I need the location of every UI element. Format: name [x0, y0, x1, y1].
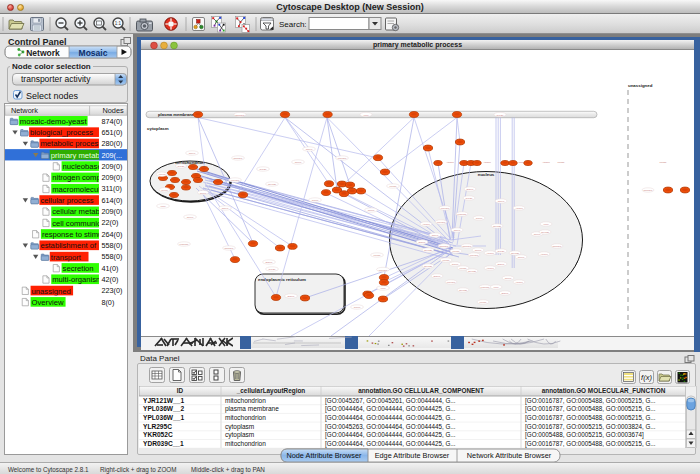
svg-text:Rsm24p: Rsm24p [234, 157, 244, 160]
svg-text:Qcr6p: Qcr6p [475, 249, 482, 252]
svg-text:Gcv3p: Gcv3p [269, 268, 277, 271]
svg-text:Mrp8p: Mrp8p [558, 161, 565, 164]
svg-text:Atp17p: Atp17p [446, 161, 454, 164]
svg-text:Gcv3p: Gcv3p [497, 114, 505, 117]
svg-text:Network: Network [11, 106, 38, 115]
svg-text:22(0): 22(0) [101, 218, 118, 227]
svg-text:Gcv3p: Gcv3p [260, 168, 268, 171]
svg-text:Mrpl11p: Mrpl11p [447, 281, 456, 284]
svg-text:Atp17p: Atp17p [540, 253, 548, 256]
svg-text:mosaic-demo-yeast: mosaic-demo-yeast [20, 117, 88, 126]
svg-text:YPL036W__2: YPL036W__2 [143, 405, 184, 412]
svg-text:YKR052C: YKR052C [143, 431, 173, 438]
svg-text:Qcr6p: Qcr6p [200, 192, 207, 195]
svg-text:cytoplasm: cytoplasm [225, 431, 254, 439]
svg-text:Sdh4p: Sdh4p [498, 263, 506, 266]
svg-text:cytoplasm: cytoplasm [147, 126, 169, 131]
svg-text:[GO:0016787, GO:0005215, GO:00: [GO:0016787, GO:0005215, GO:0003824, G..… [525, 423, 656, 431]
svg-text:Tim9p: Tim9p [498, 200, 505, 203]
svg-text:Tim9p: Tim9p [189, 152, 196, 155]
svg-text:YJR121W__1: YJR121W__1 [143, 397, 184, 404]
svg-text:209(0): 209(0) [101, 173, 122, 182]
svg-text:cellular process: cellular process [40, 196, 93, 205]
svg-text:_cellularLayoutRegion: _cellularLayoutRegion [236, 387, 306, 395]
svg-text:Node Attribute Browser: Node Attribute Browser [286, 451, 362, 460]
svg-text:cellular metabo: cellular metabo [52, 207, 104, 216]
svg-text:209(0): 209(0) [101, 162, 122, 171]
svg-text:unassigned: unassigned [628, 83, 653, 88]
svg-text:Cox12p: Cox12p [541, 231, 550, 234]
svg-text:Rsm24p: Rsm24p [225, 247, 235, 250]
svg-text:Mosaic: Mosaic [79, 48, 108, 58]
svg-text:Cox12p: Cox12p [424, 265, 433, 268]
svg-text:Gcv3p: Gcv3p [466, 197, 474, 200]
svg-text:cytoplasm: cytoplasm [225, 423, 254, 431]
svg-text:Overview: Overview [32, 298, 64, 307]
svg-text:Cox12p: Cox12p [468, 270, 477, 273]
svg-text:nitrogen compo: nitrogen compo [52, 173, 105, 182]
svg-text:Cox12p: Cox12p [493, 225, 502, 228]
svg-text:Atp17p: Atp17p [483, 161, 491, 164]
svg-text:Mrp8p: Mrp8p [453, 250, 460, 253]
svg-text:Ilv6p: Ilv6p [518, 161, 524, 164]
svg-text:nucleus: nucleus [478, 172, 495, 177]
svg-text:Cox12p: Cox12p [268, 183, 277, 186]
svg-text:Network: Network [26, 48, 60, 58]
svg-text:Ilv6p: Ilv6p [380, 287, 386, 290]
svg-text:Pam18p: Pam18p [180, 243, 190, 246]
svg-text:plasma membrane: plasma membrane [225, 405, 279, 413]
svg-text:Atp17p: Atp17p [542, 161, 550, 164]
svg-text:mitochondrion: mitochondrion [225, 397, 266, 404]
svg-text:Sdh4p: Sdh4p [502, 292, 510, 295]
svg-text:Atp17p: Atp17p [158, 173, 166, 176]
svg-text:Edge Attribute Browser: Edge Attribute Browser [375, 451, 450, 460]
svg-text:Cox12p: Cox12p [511, 252, 520, 255]
svg-text:mitochondrion: mitochondrion [225, 414, 266, 421]
svg-text:Cor1p: Cor1p [476, 217, 483, 220]
svg-text:annotation.GO CELLULAR_COMPONE: annotation.GO CELLULAR_COMPONENT [358, 387, 484, 394]
svg-text:209(...: 209(... [101, 151, 122, 160]
svg-text:[GO:0044464, GO:0044444, GO:00: [GO:0044464, GO:0044444, GO:0044425, G..… [325, 431, 456, 439]
svg-text:Qcr6p: Qcr6p [187, 216, 194, 219]
svg-text:Ilv6p: Ilv6p [160, 205, 166, 208]
svg-text:plasma membrane: plasma membrane [158, 112, 195, 117]
svg-text:[GO:0005488, GO:0005215, GO:00: [GO:0005488, GO:0005215, GO:0003674] [525, 431, 644, 439]
svg-text:[GO:0044464, GO:0044444, GO:00: [GO:0044464, GO:0044444, GO:0044425, G..… [325, 405, 456, 413]
svg-text:8(0): 8(0) [101, 298, 114, 307]
svg-text:Qcr6p: Qcr6p [505, 277, 512, 280]
svg-text:Gcv3p: Gcv3p [498, 250, 506, 253]
svg-text:[GO:0016787, GO:0005488, GO:00: [GO:0016787, GO:0005488, GO:0005215, G..… [525, 405, 656, 413]
svg-text:Atp17p: Atp17p [422, 223, 430, 226]
svg-text:unassigned: unassigned [32, 287, 71, 296]
svg-text:Cox12p: Cox12p [459, 289, 468, 292]
svg-text:transport: transport [51, 253, 82, 262]
svg-text:209(0): 209(0) [101, 207, 122, 216]
svg-text:Qcr6p: Qcr6p [161, 189, 168, 192]
svg-text:macromolecule: macromolecule [52, 185, 104, 194]
svg-text:311(0): 311(0) [101, 184, 121, 193]
svg-text:1:1: 1:1 [115, 21, 122, 26]
svg-text:264(0): 264(0) [101, 230, 122, 239]
svg-text:Sdh4p: Sdh4p [419, 241, 427, 244]
svg-text:41(0): 41(0) [101, 264, 118, 273]
svg-text:cell communicat: cell communicat [52, 219, 108, 228]
svg-text:Mrp8p: Mrp8p [480, 301, 487, 304]
svg-text:Tim9p: Tim9p [432, 234, 439, 237]
svg-text:223(0): 223(0) [101, 286, 122, 295]
svg-text:Mrpl11p: Mrpl11p [379, 269, 388, 272]
svg-text:establishment of lo: establishment of lo [40, 241, 104, 250]
svg-text:Cor1p: Cor1p [452, 263, 459, 266]
svg-text:[GO:0044464, GO:0044444, GO:00: [GO:0044464, GO:0044444, GO:0044425, G..… [325, 414, 456, 422]
svg-text:f(x): f(x) [641, 373, 652, 382]
svg-text:Ilv6p: Ilv6p [493, 286, 499, 289]
svg-text:Sdh4p: Sdh4p [467, 188, 475, 191]
svg-text:response to stimul: response to stimul [42, 230, 104, 239]
svg-text:Rsm24p: Rsm24p [236, 114, 246, 117]
svg-text:558(0): 558(0) [101, 252, 122, 261]
svg-text:Nodes: Nodes [102, 106, 124, 115]
svg-text:614(0): 614(0) [101, 196, 122, 205]
svg-text:Mrpl11p: Mrpl11p [338, 157, 347, 160]
svg-text:Tim9p: Tim9p [306, 148, 313, 151]
svg-text:Mrp8p: Mrp8p [660, 161, 667, 164]
svg-text:874(0): 874(0) [101, 117, 122, 126]
